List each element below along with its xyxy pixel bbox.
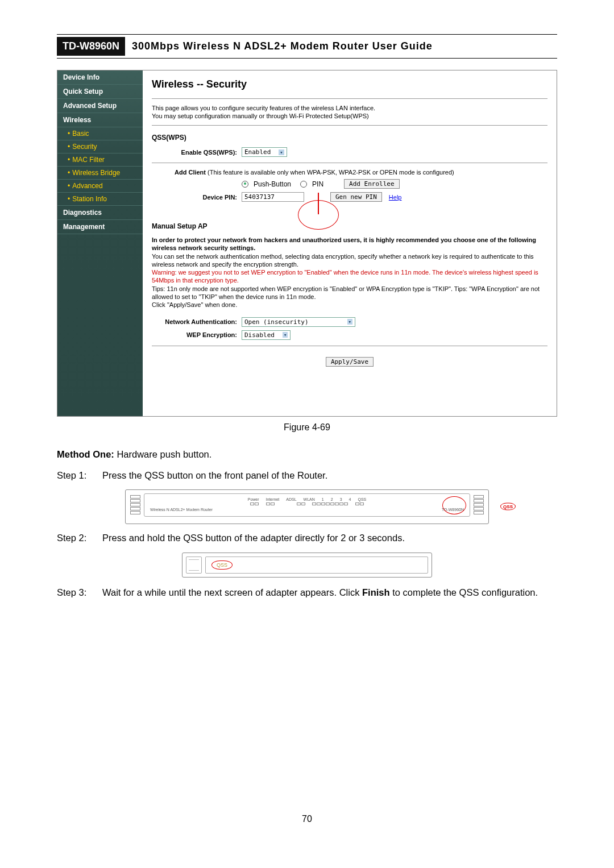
content-rule-1 bbox=[152, 98, 547, 99]
add-client-label: Add Client bbox=[175, 169, 206, 176]
left-ports bbox=[130, 495, 140, 514]
adapter-diagram: QSS bbox=[182, 553, 432, 578]
method-one-bold: Method One: bbox=[57, 449, 114, 459]
device-pin-label: Device PIN: bbox=[152, 194, 242, 201]
qss-heading: QSS(WPS) bbox=[152, 134, 547, 142]
adapter-qss-button: QSS bbox=[211, 560, 233, 570]
red-callout-line bbox=[318, 193, 319, 214]
step-1-num: Step 1: bbox=[57, 468, 102, 483]
pin-radio[interactable] bbox=[300, 181, 307, 188]
step-3-text: Wait for a while until the next screen o… bbox=[102, 585, 557, 600]
adapter-body: QSS bbox=[205, 556, 428, 574]
sidebar-item-advanced-setup[interactable]: Advanced Setup bbox=[57, 99, 143, 113]
help-link[interactable]: Help bbox=[389, 194, 402, 201]
net-auth-value: Open (insecurity) bbox=[244, 318, 309, 326]
qss-callout-label: QSS bbox=[500, 503, 516, 510]
led-1: 1 bbox=[322, 497, 324, 501]
adapter-connector bbox=[186, 556, 202, 574]
figure-wrap: Device Info Quick Setup Advanced Setup W… bbox=[57, 70, 557, 417]
warning-block: In order to protect your network from ha… bbox=[152, 236, 547, 309]
led-3: 3 bbox=[340, 497, 342, 501]
sidebar-item-quick-setup[interactable]: Quick Setup bbox=[57, 85, 143, 99]
add-client-note: (This feature is available only when WPA… bbox=[206, 169, 454, 176]
page-number: 70 bbox=[57, 814, 557, 824]
led-wlan: WLAN bbox=[304, 497, 315, 501]
wep-label: WEP Encryption: bbox=[152, 331, 242, 338]
add-enrollee-button[interactable]: Add Enrollee bbox=[344, 179, 399, 189]
led-4: 4 bbox=[349, 497, 351, 501]
step-1-text: Press the QSS button on the front panel … bbox=[102, 468, 557, 483]
adapter-panel: QSS bbox=[182, 553, 432, 578]
net-auth-select[interactable]: Open (insecurity) ▾ bbox=[242, 317, 355, 327]
manual-setup-heading: Manual Setup AP bbox=[152, 222, 547, 230]
net-auth-label: Network Authentication: bbox=[152, 318, 242, 325]
model-badge: TD-W8960N bbox=[57, 37, 125, 56]
sidebar-item-basic[interactable]: Basic bbox=[57, 127, 143, 140]
device-pin-input[interactable]: 54037137 bbox=[242, 192, 304, 202]
method-one-line: Method One: Hardware push button. bbox=[57, 447, 557, 462]
led-row bbox=[150, 502, 464, 505]
step-3-num: Step 3: bbox=[57, 585, 102, 600]
router-left-label: Wireless N ADSL2+ Modem Router bbox=[150, 508, 213, 512]
router-ui-screenshot: Device Info Quick Setup Advanced Setup W… bbox=[57, 70, 557, 417]
apply-save-button[interactable]: Apply/Save bbox=[326, 357, 374, 367]
warn-3: Click "Apply/Save" when done. bbox=[152, 301, 547, 309]
led-qss: QSS bbox=[358, 497, 366, 501]
qss-button-callout bbox=[442, 496, 466, 514]
wep-select[interactable]: Disabled ▾ bbox=[242, 330, 291, 340]
title-bar: TD-W8960N 300Mbps Wireless N ADSL2+ Mode… bbox=[57, 37, 557, 56]
page-title: Wireless -- Security bbox=[152, 78, 547, 90]
title-rule bbox=[57, 58, 557, 59]
content-rule-3 bbox=[152, 163, 547, 163]
chevron-down-icon: ▾ bbox=[279, 149, 284, 155]
wep-row: WEP Encryption: Disabled ▾ bbox=[152, 330, 547, 340]
enable-qss-select[interactable]: Enabled ▾ bbox=[242, 147, 287, 157]
sidebar-item-station-info[interactable]: Station Info bbox=[57, 193, 143, 206]
intro-text-1: This page allows you to configure securi… bbox=[152, 105, 547, 111]
step-2-num: Step 2: bbox=[57, 531, 102, 545]
sidebar-item-wireless-bridge[interactable]: Wireless Bridge bbox=[57, 167, 143, 180]
warn-red: Warning: we suggest you not to set WEP e… bbox=[152, 268, 547, 285]
warn-2: Tips: 11n only mode are not supported wh… bbox=[152, 285, 547, 301]
device-pin-row: Device PIN: 54037137 Gen new PIN Help bbox=[152, 192, 547, 202]
net-auth-row: Network Authentication: Open (insecurity… bbox=[152, 317, 547, 327]
sidebar-item-security[interactable]: Security bbox=[57, 140, 143, 153]
warn-bold: In order to protect your network from ha… bbox=[152, 236, 547, 252]
sidebar-item-mac-filter[interactable]: MAC Filter bbox=[57, 153, 143, 167]
gen-new-pin-button[interactable]: Gen new PIN bbox=[330, 192, 382, 202]
led-adsl: ADSL bbox=[286, 497, 296, 501]
sidebar-item-management[interactable]: Management bbox=[57, 220, 143, 234]
sidebar-item-device-info[interactable]: Device Info bbox=[57, 70, 143, 85]
step-2-text: Press and hold the QSS button of the ada… bbox=[102, 531, 557, 545]
warn-1: You can set the network authentication m… bbox=[152, 252, 547, 269]
figure-caption: Figure 4-69 bbox=[57, 422, 557, 433]
right-ports bbox=[474, 495, 484, 514]
led-power: Power bbox=[248, 497, 259, 501]
router-diagram: Power Internet ADSL WLAN 1 2 3 4 QSS bbox=[125, 489, 489, 524]
sidebar-item-diagnostics[interactable]: Diagnostics bbox=[57, 206, 143, 220]
pin-label: PIN bbox=[312, 180, 323, 188]
enable-qss-value: Enabled bbox=[244, 148, 271, 156]
led-labels: Power Internet ADSL WLAN 1 2 3 4 QSS bbox=[150, 497, 464, 501]
enable-qss-row: Enable QSS(WPS): Enabled ▾ bbox=[152, 147, 547, 157]
sidebar-nav: Device Info Quick Setup Advanced Setup W… bbox=[57, 70, 143, 416]
chevron-down-icon: ▾ bbox=[283, 332, 288, 338]
chevron-down-icon: ▾ bbox=[347, 319, 352, 325]
push-button-radio[interactable] bbox=[242, 181, 248, 188]
apply-row: Apply/Save bbox=[152, 358, 547, 366]
intro-text-2: You may setup configuration manually or … bbox=[152, 113, 547, 119]
sidebar-item-advanced[interactable]: Advanced bbox=[57, 180, 143, 193]
panel-bottom-row: Wireless N ADSL2+ Modem Router TD-W8960N bbox=[150, 508, 464, 512]
sidebar-item-wireless[interactable]: Wireless bbox=[57, 113, 143, 127]
led-2: 2 bbox=[331, 497, 333, 501]
led-internet: Internet bbox=[266, 497, 280, 501]
wep-value: Disabled bbox=[244, 331, 275, 339]
mode-row: Push-Button PIN Add Enrollee bbox=[152, 179, 547, 189]
method-one-rest: Hardware push button. bbox=[114, 449, 212, 459]
top-rule bbox=[57, 34, 557, 35]
router-panel: Power Internet ADSL WLAN 1 2 3 4 QSS bbox=[125, 489, 489, 524]
step-1: Step 1: Press the QSS button on the fron… bbox=[57, 468, 557, 483]
guide-title: 300Mbps Wireless N ADSL2+ Modem Router U… bbox=[132, 40, 433, 52]
content-panel: Wireless -- Security This page allows yo… bbox=[143, 70, 557, 416]
add-client-block: Add Client (This feature is available on… bbox=[175, 169, 547, 176]
